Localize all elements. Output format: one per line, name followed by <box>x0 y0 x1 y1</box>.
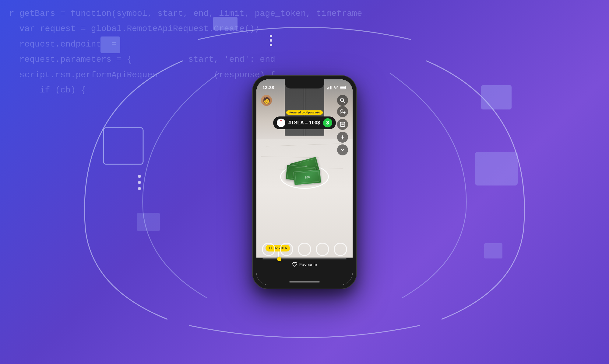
alpaca-badge: Powered by Alpaca API #TSLA = 100$ $ <box>273 109 336 129</box>
svg-rect-6 <box>484 243 502 258</box>
battery-icon <box>340 86 347 89</box>
filter-button-4[interactable] <box>316 243 329 256</box>
phone-screen: 13:38 <box>256 79 353 285</box>
phone-body: 13:38 <box>253 76 356 289</box>
wifi-icon <box>333 86 338 89</box>
tsla-symbol-text: #TSLA = 100$ <box>288 120 320 126</box>
timeline-track <box>262 258 347 259</box>
search-button[interactable] <box>337 95 348 106</box>
tesla-t-icon <box>278 120 284 126</box>
svg-rect-2 <box>104 128 143 164</box>
svg-line-22 <box>343 101 345 102</box>
crop-button[interactable] <box>337 119 348 130</box>
favourite-label: Favourite <box>299 262 317 267</box>
svg-rect-5 <box>137 213 160 231</box>
svg-rect-20 <box>340 86 345 88</box>
svg-point-21 <box>340 98 344 101</box>
svg-point-18 <box>336 88 336 89</box>
status-icons <box>327 86 347 89</box>
chevron-down-icon <box>340 148 345 151</box>
avatar-button[interactable]: 🧑 <box>261 95 272 106</box>
svg-rect-4 <box>475 152 518 185</box>
flash-icon <box>340 134 345 140</box>
svg-rect-14 <box>327 88 328 89</box>
favourite-button[interactable]: Favourite <box>292 262 317 267</box>
svg-point-9 <box>138 187 141 190</box>
svg-point-11 <box>270 39 272 42</box>
heart-icon <box>292 262 297 267</box>
filter-button-1[interactable] <box>262 243 275 256</box>
filter-button-3[interactable] <box>298 243 311 256</box>
svg-rect-1 <box>100 36 120 53</box>
svg-point-12 <box>270 44 272 46</box>
svg-point-8 <box>138 181 141 184</box>
filter-button-2[interactable] <box>280 243 293 256</box>
dollar-button[interactable]: $ <box>323 118 332 127</box>
powered-by-text: Powered by Alpaca API <box>286 110 322 115</box>
svg-point-10 <box>270 35 272 37</box>
money-display: 100 100 100 <box>277 155 332 192</box>
tsla-bar[interactable]: #TSLA = 100$ $ <box>273 116 336 129</box>
bill-3: 100 <box>293 169 321 185</box>
svg-rect-17 <box>331 86 332 89</box>
right-icons <box>337 106 348 155</box>
svg-point-23 <box>341 109 343 112</box>
chevron-down-button[interactable] <box>337 144 348 155</box>
filter-button-5[interactable] <box>334 243 347 256</box>
add-friend-icon <box>340 109 346 114</box>
status-time: 13:38 <box>262 85 274 90</box>
phone-mockup: 13:38 <box>253 76 356 289</box>
timeline-thumb[interactable] <box>277 257 281 261</box>
search-icon <box>340 98 345 103</box>
svg-rect-0 <box>213 17 238 30</box>
timeline-slider[interactable] <box>262 256 347 262</box>
svg-point-7 <box>138 175 141 178</box>
filter-buttons <box>256 243 353 256</box>
svg-rect-15 <box>329 87 329 89</box>
add-friend-button[interactable] <box>337 106 348 117</box>
flash-button[interactable] <box>337 132 348 143</box>
home-indicator <box>289 281 320 283</box>
signal-icon <box>327 86 332 89</box>
phone-notch <box>285 79 324 88</box>
svg-rect-3 <box>481 85 512 109</box>
top-bar[interactable]: 🧑 <box>256 93 353 108</box>
tesla-logo <box>277 119 285 127</box>
svg-rect-16 <box>330 86 331 89</box>
dollar-icon: $ <box>326 120 329 126</box>
crop-icon <box>340 122 345 127</box>
